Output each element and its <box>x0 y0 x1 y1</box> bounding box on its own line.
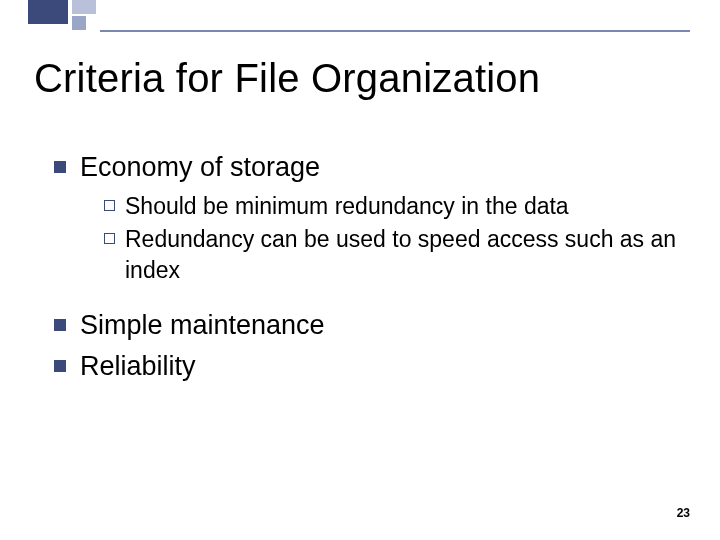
square-bullet-icon <box>54 161 66 173</box>
deco-square-small-bottom <box>72 16 86 30</box>
header-decoration <box>0 0 720 36</box>
sub-bullet-group: Should be minimum redundancy in the data… <box>104 191 680 286</box>
bullet-text: Simple maintenance <box>80 308 325 343</box>
bullet-level1: Reliability <box>54 349 680 384</box>
deco-horizontal-line <box>100 30 690 32</box>
bullet-text: Economy of storage <box>80 150 320 185</box>
deco-square-small-top <box>72 0 96 14</box>
bullet-level2: Redundancy can be used to speed access s… <box>104 224 680 286</box>
sub-bullet-text: Redundancy can be used to speed access s… <box>125 224 680 286</box>
sub-bullet-text: Should be minimum redundancy in the data <box>125 191 569 222</box>
square-bullet-icon <box>54 319 66 331</box>
open-square-bullet-icon <box>104 200 115 211</box>
square-bullet-icon <box>54 360 66 372</box>
bullet-text: Reliability <box>80 349 196 384</box>
bullet-level1: Economy of storage <box>54 150 680 185</box>
slide-content: Economy of storage Should be minimum red… <box>54 150 680 390</box>
deco-square-large <box>28 0 68 24</box>
page-number: 23 <box>677 506 690 520</box>
bullet-level2: Should be minimum redundancy in the data <box>104 191 680 222</box>
open-square-bullet-icon <box>104 233 115 244</box>
slide-title: Criteria for File Organization <box>34 56 540 101</box>
bullet-level1: Simple maintenance <box>54 308 680 343</box>
